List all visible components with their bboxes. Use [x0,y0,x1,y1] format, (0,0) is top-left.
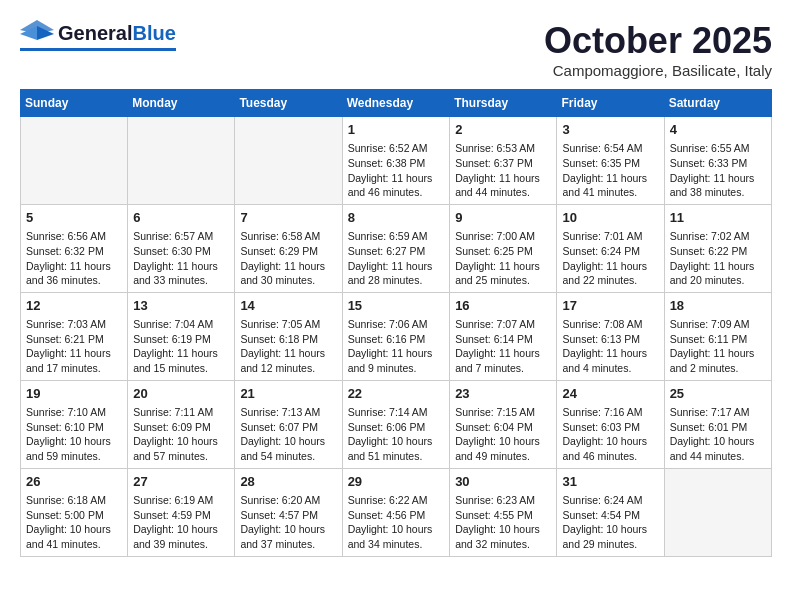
calendar-cell: 18Sunrise: 7:09 AM Sunset: 6:11 PM Dayli… [664,292,771,380]
day-info: Sunrise: 6:20 AM Sunset: 4:57 PM Dayligh… [240,493,336,552]
calendar-week-1: 1Sunrise: 6:52 AM Sunset: 6:38 PM Daylig… [21,117,772,205]
day-number: 15 [348,297,445,315]
calendar-cell: 21Sunrise: 7:13 AM Sunset: 6:07 PM Dayli… [235,380,342,468]
calendar-cell [664,468,771,556]
day-info: Sunrise: 7:16 AM Sunset: 6:03 PM Dayligh… [562,405,658,464]
calendar-cell: 15Sunrise: 7:06 AM Sunset: 6:16 PM Dayli… [342,292,450,380]
day-number: 27 [133,473,229,491]
title-block: October 2025 Campomaggiore, Basilicate, … [544,20,772,79]
day-number: 6 [133,209,229,227]
day-number: 29 [348,473,445,491]
day-number: 21 [240,385,336,403]
calendar-cell: 6Sunrise: 6:57 AM Sunset: 6:30 PM Daylig… [128,204,235,292]
day-info: Sunrise: 7:02 AM Sunset: 6:22 PM Dayligh… [670,229,766,288]
day-number: 24 [562,385,658,403]
weekday-header-wednesday: Wednesday [342,90,450,117]
day-info: Sunrise: 7:17 AM Sunset: 6:01 PM Dayligh… [670,405,766,464]
day-info: Sunrise: 7:04 AM Sunset: 6:19 PM Dayligh… [133,317,229,376]
day-info: Sunrise: 6:19 AM Sunset: 4:59 PM Dayligh… [133,493,229,552]
calendar-cell: 26Sunrise: 6:18 AM Sunset: 5:00 PM Dayli… [21,468,128,556]
location-text: Campomaggiore, Basilicate, Italy [544,62,772,79]
logo-blue-text: Blue [132,22,175,44]
day-number: 14 [240,297,336,315]
calendar-cell: 17Sunrise: 7:08 AM Sunset: 6:13 PM Dayli… [557,292,664,380]
calendar-cell: 12Sunrise: 7:03 AM Sunset: 6:21 PM Dayli… [21,292,128,380]
day-info: Sunrise: 6:52 AM Sunset: 6:38 PM Dayligh… [348,141,445,200]
calendar-cell [21,117,128,205]
day-number: 22 [348,385,445,403]
calendar-week-3: 12Sunrise: 7:03 AM Sunset: 6:21 PM Dayli… [21,292,772,380]
day-number: 18 [670,297,766,315]
day-info: Sunrise: 6:23 AM Sunset: 4:55 PM Dayligh… [455,493,551,552]
calendar-cell [235,117,342,205]
day-info: Sunrise: 7:11 AM Sunset: 6:09 PM Dayligh… [133,405,229,464]
day-number: 12 [26,297,122,315]
day-number: 11 [670,209,766,227]
month-title: October 2025 [544,20,772,62]
day-info: Sunrise: 7:06 AM Sunset: 6:16 PM Dayligh… [348,317,445,376]
day-info: Sunrise: 7:07 AM Sunset: 6:14 PM Dayligh… [455,317,551,376]
calendar-cell: 2Sunrise: 6:53 AM Sunset: 6:37 PM Daylig… [450,117,557,205]
day-info: Sunrise: 7:00 AM Sunset: 6:25 PM Dayligh… [455,229,551,288]
page-header: GeneralBlue October 2025 Campomaggiore, … [20,20,772,79]
day-info: Sunrise: 7:09 AM Sunset: 6:11 PM Dayligh… [670,317,766,376]
day-info: Sunrise: 6:58 AM Sunset: 6:29 PM Dayligh… [240,229,336,288]
calendar-cell: 1Sunrise: 6:52 AM Sunset: 6:38 PM Daylig… [342,117,450,205]
calendar-cell: 3Sunrise: 6:54 AM Sunset: 6:35 PM Daylig… [557,117,664,205]
weekday-header-sunday: Sunday [21,90,128,117]
weekday-header-tuesday: Tuesday [235,90,342,117]
calendar-cell [128,117,235,205]
day-info: Sunrise: 6:56 AM Sunset: 6:32 PM Dayligh… [26,229,122,288]
weekday-header-monday: Monday [128,90,235,117]
calendar-cell: 27Sunrise: 6:19 AM Sunset: 4:59 PM Dayli… [128,468,235,556]
weekday-header-saturday: Saturday [664,90,771,117]
day-info: Sunrise: 6:54 AM Sunset: 6:35 PM Dayligh… [562,141,658,200]
calendar-week-4: 19Sunrise: 7:10 AM Sunset: 6:10 PM Dayli… [21,380,772,468]
day-number: 7 [240,209,336,227]
day-number: 17 [562,297,658,315]
calendar-cell: 23Sunrise: 7:15 AM Sunset: 6:04 PM Dayli… [450,380,557,468]
day-number: 28 [240,473,336,491]
day-info: Sunrise: 6:57 AM Sunset: 6:30 PM Dayligh… [133,229,229,288]
day-number: 10 [562,209,658,227]
calendar-cell: 10Sunrise: 7:01 AM Sunset: 6:24 PM Dayli… [557,204,664,292]
calendar-cell: 31Sunrise: 6:24 AM Sunset: 4:54 PM Dayli… [557,468,664,556]
day-number: 1 [348,121,445,139]
day-info: Sunrise: 7:13 AM Sunset: 6:07 PM Dayligh… [240,405,336,464]
day-info: Sunrise: 7:08 AM Sunset: 6:13 PM Dayligh… [562,317,658,376]
day-info: Sunrise: 7:14 AM Sunset: 6:06 PM Dayligh… [348,405,445,464]
calendar-cell: 8Sunrise: 6:59 AM Sunset: 6:27 PM Daylig… [342,204,450,292]
day-info: Sunrise: 6:53 AM Sunset: 6:37 PM Dayligh… [455,141,551,200]
logo-bird-icon [20,20,54,46]
calendar-cell: 24Sunrise: 7:16 AM Sunset: 6:03 PM Dayli… [557,380,664,468]
calendar-header-row: SundayMondayTuesdayWednesdayThursdayFrid… [21,90,772,117]
day-number: 4 [670,121,766,139]
calendar-cell: 11Sunrise: 7:02 AM Sunset: 6:22 PM Dayli… [664,204,771,292]
calendar-cell: 13Sunrise: 7:04 AM Sunset: 6:19 PM Dayli… [128,292,235,380]
day-number: 2 [455,121,551,139]
logo: GeneralBlue [20,20,176,51]
day-number: 30 [455,473,551,491]
calendar-week-2: 5Sunrise: 6:56 AM Sunset: 6:32 PM Daylig… [21,204,772,292]
day-number: 31 [562,473,658,491]
day-number: 8 [348,209,445,227]
day-info: Sunrise: 6:22 AM Sunset: 4:56 PM Dayligh… [348,493,445,552]
day-number: 13 [133,297,229,315]
weekday-header-thursday: Thursday [450,90,557,117]
calendar-cell: 9Sunrise: 7:00 AM Sunset: 6:25 PM Daylig… [450,204,557,292]
day-info: Sunrise: 7:01 AM Sunset: 6:24 PM Dayligh… [562,229,658,288]
day-number: 3 [562,121,658,139]
day-info: Sunrise: 6:59 AM Sunset: 6:27 PM Dayligh… [348,229,445,288]
day-number: 23 [455,385,551,403]
calendar-cell: 4Sunrise: 6:55 AM Sunset: 6:33 PM Daylig… [664,117,771,205]
calendar-cell: 19Sunrise: 7:10 AM Sunset: 6:10 PM Dayli… [21,380,128,468]
day-info: Sunrise: 7:10 AM Sunset: 6:10 PM Dayligh… [26,405,122,464]
calendar-cell: 5Sunrise: 6:56 AM Sunset: 6:32 PM Daylig… [21,204,128,292]
calendar-table: SundayMondayTuesdayWednesdayThursdayFrid… [20,89,772,557]
calendar-week-5: 26Sunrise: 6:18 AM Sunset: 5:00 PM Dayli… [21,468,772,556]
day-info: Sunrise: 7:05 AM Sunset: 6:18 PM Dayligh… [240,317,336,376]
calendar-cell: 14Sunrise: 7:05 AM Sunset: 6:18 PM Dayli… [235,292,342,380]
day-info: Sunrise: 7:03 AM Sunset: 6:21 PM Dayligh… [26,317,122,376]
day-number: 5 [26,209,122,227]
day-number: 16 [455,297,551,315]
